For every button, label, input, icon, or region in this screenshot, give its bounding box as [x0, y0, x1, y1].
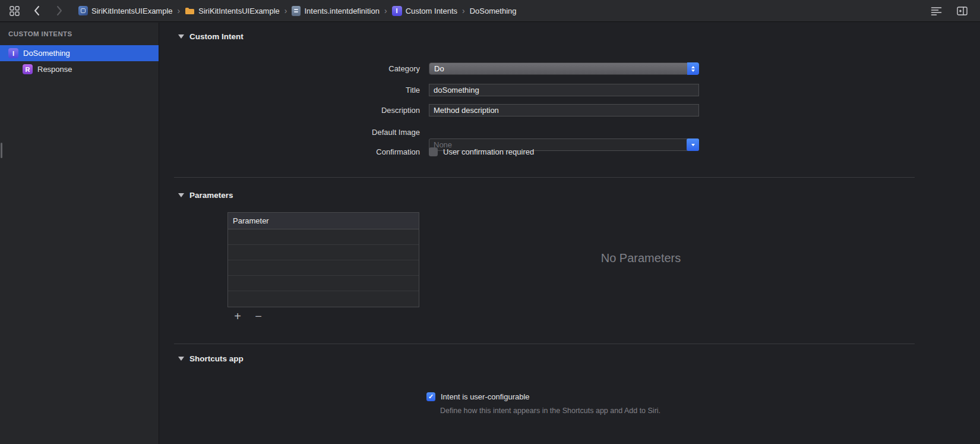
shortcuts-app-section-header: Shortcuts app [178, 354, 244, 363]
table-row[interactable] [228, 276, 419, 291]
table-row[interactable] [228, 291, 419, 307]
breadcrumb-separator: › [178, 6, 181, 15]
table-row[interactable] [228, 245, 419, 260]
add-parameter-button[interactable]: + [232, 310, 244, 322]
folder-icon [185, 7, 195, 15]
breadcrumb: SiriKitIntentsUIExample › SiriKitIntents… [78, 6, 517, 16]
intent-editor: Custom Intent Category Do Title doSometh… [160, 23, 980, 444]
section-title: Custom Intent [189, 32, 244, 41]
no-parameters-message: No Parameters [552, 251, 730, 265]
xcode-window: SiriKitIntentsUIExample › SiriKitIntents… [0, 0, 980, 444]
description-field-value: Method description [434, 106, 499, 115]
sidebar-list: I DoSomething R Response [0, 45, 159, 77]
forward-chevron-icon[interactable] [52, 4, 67, 18]
sidebar-scrollbar[interactable] [1, 143, 2, 158]
section-divider [174, 344, 915, 344]
confirmation-checkbox-label: User confirmation required [443, 147, 534, 156]
user-configurable-checkbox[interactable]: ✓ [426, 392, 435, 401]
confirmation-checkrow: User confirmation required [429, 146, 534, 158]
custom-intent-section-header: Custom Intent [178, 32, 244, 41]
sidebar-item-response[interactable]: R Response [0, 61, 159, 77]
table-buttons: + − [232, 310, 264, 322]
parameters-table[interactable]: Parameter [227, 212, 419, 307]
confirmation-checkbox[interactable] [429, 147, 438, 156]
intentdefinition-file-icon [292, 6, 301, 16]
section-divider [174, 177, 915, 178]
breadcrumb-label: SiriKitIntentsUIExample [91, 7, 173, 15]
intents-sidebar: CUSTOM INTENTS I DoSomething R Response [0, 23, 159, 444]
add-editor-icon[interactable] [955, 4, 969, 18]
app-icon [78, 6, 88, 15]
popup-stepper-icon [687, 62, 699, 75]
parameters-section-header: Parameters [178, 191, 233, 200]
breadcrumb-label: Intents.intentdefinition [304, 7, 379, 15]
breadcrumb-group[interactable]: SiriKitIntentsUIExample [185, 7, 280, 15]
description-label: Description [160, 104, 420, 116]
user-configurable-label: Intent is user-configurable [441, 392, 530, 401]
back-chevron-icon[interactable] [30, 4, 44, 18]
response-badge-icon: R [23, 64, 33, 74]
table-row[interactable] [228, 229, 419, 245]
minimap-options-icon[interactable] [929, 4, 943, 18]
sidebar-header: CUSTOM INTENTS [0, 23, 159, 37]
disclosure-triangle-icon[interactable] [178, 193, 184, 197]
disclosure-triangle-icon[interactable] [178, 357, 184, 361]
breadcrumb-separator: › [384, 6, 387, 15]
breadcrumb-file[interactable]: Intents.intentdefinition [292, 6, 379, 16]
confirmation-label: Confirmation [160, 146, 420, 158]
combo-dropdown-icon [687, 138, 699, 151]
title-label: Title [160, 84, 420, 96]
related-items-grid-icon[interactable] [7, 4, 21, 18]
breadcrumb-label: DoSomething [470, 7, 517, 15]
intent-badge-icon: I [392, 6, 402, 16]
section-title: Parameters [189, 191, 233, 200]
default-image-label: Default Image [160, 126, 420, 138]
section-title: Shortcuts app [189, 354, 244, 363]
breadcrumb-intent[interactable]: DoSomething [470, 7, 517, 15]
sidebar-item-dosomething[interactable]: I DoSomething [0, 45, 159, 61]
remove-parameter-button[interactable]: − [252, 310, 264, 322]
title-field-value: doSomething [434, 86, 479, 95]
sidebar-item-label: Response [37, 65, 72, 74]
breadcrumb-label: Custom Intents [406, 7, 457, 15]
breadcrumb-label: SiriKitIntentsUIExample [198, 7, 280, 15]
breadcrumb-project[interactable]: SiriKitIntentsUIExample [78, 6, 173, 15]
sidebar-item-label: DoSomething [23, 49, 70, 58]
parameters-table-header: Parameter [228, 213, 419, 229]
table-row[interactable] [228, 260, 419, 276]
category-label: Category [160, 62, 420, 75]
user-configurable-checkrow: ✓ Intent is user-configurable [426, 391, 530, 403]
disclosure-triangle-icon[interactable] [178, 34, 184, 39]
jump-bar: SiriKitIntentsUIExample › SiriKitIntents… [0, 0, 980, 22]
title-field[interactable]: doSomething [429, 84, 699, 96]
description-field[interactable]: Method description [429, 104, 699, 116]
category-popup[interactable]: Do [429, 62, 699, 75]
breadcrumb-separator: › [284, 6, 287, 15]
intent-badge-icon: I [8, 48, 18, 58]
popup-value: Do [434, 64, 444, 73]
breadcrumb-custom-intents[interactable]: I Custom Intents [392, 6, 457, 16]
breadcrumb-separator: › [462, 6, 465, 15]
shortcuts-help-text: Define how this intent appears in the Sh… [440, 407, 660, 415]
